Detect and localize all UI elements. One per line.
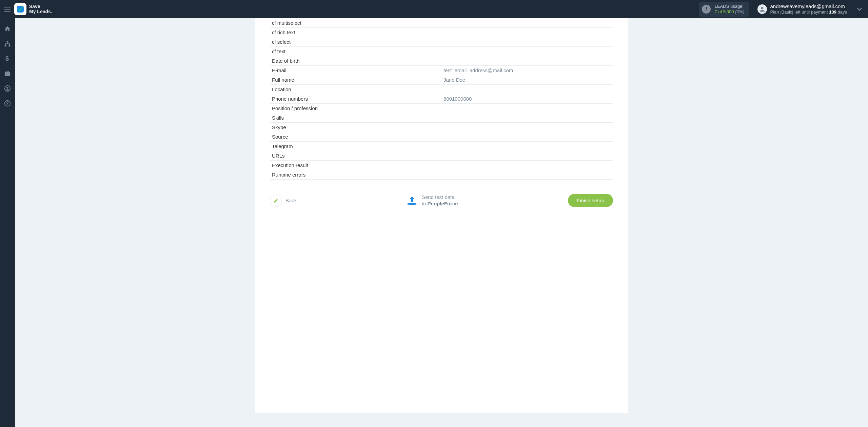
field-row-label: Position / profession	[270, 105, 441, 111]
leads-usage-box[interactable]: i LEADS usage: 7 of 5'000 (0%)	[699, 2, 749, 17]
user-lines: andrewsavemyleads@gmail.com Plan |Basic|…	[770, 3, 847, 15]
sidebar-account[interactable]	[0, 84, 15, 93]
field-row-label: Phone numbers	[270, 96, 441, 102]
field-row-label: Telegram	[270, 143, 441, 149]
field-row-label: cf select	[270, 39, 441, 45]
back-label: Back	[285, 198, 297, 203]
logo-text: Save My Leads.	[29, 4, 52, 15]
field-row: Skype	[270, 123, 613, 132]
field-row-label: URLs	[270, 153, 441, 159]
hamburger-menu-button[interactable]	[1, 3, 14, 15]
user-plan: Plan |Basic| left until payment 139 days	[770, 9, 847, 15]
leads-usage-used: 7	[715, 9, 717, 14]
field-row-label: Skills	[270, 115, 441, 121]
field-row-label: Date of birth	[270, 58, 441, 64]
field-rows: cf multiselectcf rich textcf selectcf te…	[255, 18, 628, 180]
field-row-label: cf rich text	[270, 29, 441, 35]
field-row-label: Runtime errors	[270, 172, 441, 178]
sidebar-billing[interactable]: $	[0, 54, 15, 63]
shell: $ cf multiselectcf rich textcf selectcf …	[0, 18, 868, 427]
svg-rect-3	[5, 45, 6, 46]
svg-rect-11	[409, 203, 415, 205]
hamburger-icon	[4, 7, 11, 12]
send-test-data-button[interactable]: Send test data to PeopleForce	[407, 194, 458, 207]
field-row: cf rich text	[270, 28, 613, 37]
user-circle-icon	[4, 85, 11, 92]
field-row: Runtime errors	[270, 170, 613, 180]
field-row: E-mailtest_email_address@mail.com	[270, 66, 613, 75]
sidebar-help[interactable]	[0, 99, 15, 108]
field-row: cf text	[270, 47, 613, 56]
field-row-label: E-mail	[270, 67, 441, 73]
logo-text-line2: My Leads.	[29, 9, 52, 14]
sitemap-icon	[4, 40, 11, 47]
svg-point-10	[7, 104, 8, 105]
sidebar-home[interactable]	[0, 24, 15, 33]
field-row: Skills	[270, 113, 613, 123]
svg-rect-2	[7, 41, 8, 42]
dollar-icon: $	[5, 55, 9, 62]
finish-setup-button[interactable]: Finish setup	[568, 194, 613, 207]
pencil-circle	[270, 195, 282, 207]
upload-icon	[407, 196, 417, 205]
user-email: andrewsavemyleads@gmail.com	[770, 3, 847, 10]
mapping-card: cf multiselectcf rich textcf selectcf te…	[255, 18, 628, 413]
send-line2: to PeopleForce	[422, 201, 458, 207]
field-row: Source	[270, 132, 613, 142]
field-row: Phone numbers8001000000	[270, 94, 613, 104]
field-row-label: Execution result	[270, 162, 441, 168]
user-menu[interactable]: andrewsavemyleads@gmail.com Plan |Basic|…	[757, 3, 847, 15]
svg-rect-6	[5, 72, 10, 76]
field-row: Execution result	[270, 161, 613, 170]
field-row: Position / profession	[270, 104, 613, 113]
svg-text:$: $	[5, 55, 9, 62]
sidebar: $	[0, 18, 15, 427]
leads-usage-limit: 5'000	[723, 9, 734, 14]
field-row: cf select	[270, 37, 613, 47]
leads-usage-pct: (0%)	[735, 9, 744, 14]
field-row: Location	[270, 85, 613, 94]
top-bar: Save My Leads. i LEADS usage: 7 of 5'000…	[0, 0, 868, 18]
main: cf multiselectcf rich textcf selectcf te…	[15, 18, 868, 427]
sidebar-connections[interactable]	[0, 39, 15, 48]
briefcase-icon	[4, 70, 11, 77]
send-test-lines: Send test data to PeopleForce	[422, 194, 458, 207]
field-row-label: cf text	[270, 48, 441, 54]
svg-rect-13	[415, 203, 416, 205]
svg-point-8	[6, 87, 8, 88]
logo-mark-icon	[14, 3, 26, 15]
leads-usage-of: of	[718, 9, 722, 14]
leads-usage-text: LEADS usage: 7 of 5'000 (0%)	[715, 4, 745, 15]
footer-actions: Back Send test data to PeopleForce Finis…	[255, 180, 628, 208]
logo-text-line1: Save	[29, 4, 52, 9]
field-row-label: Full name	[270, 77, 441, 83]
sidebar-briefcase[interactable]	[0, 69, 15, 78]
field-row: Date of birth	[270, 56, 613, 66]
svg-point-1	[761, 7, 763, 9]
avatar-icon	[757, 4, 767, 14]
field-row: Full nameJane Doe	[270, 75, 613, 85]
svg-rect-4	[8, 45, 10, 46]
field-row-label: Location	[270, 86, 441, 92]
info-icon: i	[702, 5, 711, 14]
field-row-value: 8001000000	[441, 96, 613, 102]
field-row: Telegram	[270, 142, 613, 151]
pencil-icon	[273, 198, 279, 203]
question-circle-icon	[4, 100, 11, 107]
svg-rect-12	[408, 203, 409, 205]
field-row: cf multiselect	[270, 18, 613, 28]
leads-usage-label: LEADS usage:	[715, 4, 745, 9]
home-icon	[4, 25, 11, 32]
chevron-down-icon	[857, 7, 862, 11]
back-button[interactable]: Back	[270, 195, 297, 207]
send-line1: Send test data	[422, 194, 458, 201]
logo[interactable]: Save My Leads.	[14, 3, 52, 15]
field-row-value: Jane Doe	[441, 77, 613, 83]
field-row: URLs	[270, 151, 613, 161]
user-menu-caret[interactable]	[857, 7, 862, 11]
field-row-label: cf multiselect	[270, 20, 441, 26]
field-row-value: test_email_address@mail.com	[441, 67, 613, 73]
field-row-label: Skype	[270, 124, 441, 130]
field-row-label: Source	[270, 134, 441, 140]
